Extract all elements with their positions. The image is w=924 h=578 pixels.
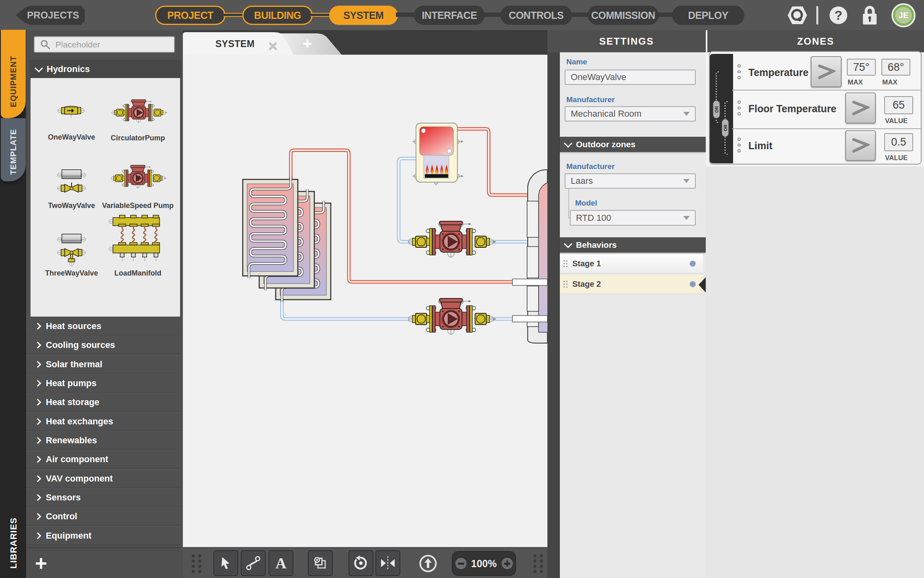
svg-text:VariableSpeed Pump: VariableSpeed Pump: [102, 202, 174, 210]
svg-text:TwoWayValve: TwoWayValve: [48, 202, 95, 210]
svg-text:V: V: [135, 174, 141, 183]
svg-text:CirculatorPump: CirculatorPump: [111, 134, 165, 142]
svg-text:OR: OR: [723, 125, 728, 132]
svg-text:LoadManifold: LoadManifold: [115, 269, 162, 277]
svg-text:OR: OR: [714, 106, 719, 113]
svg-text:OneWayValve: OneWayValve: [48, 133, 95, 141]
svg-text:ThreeWayValve: ThreeWayValve: [45, 269, 98, 277]
